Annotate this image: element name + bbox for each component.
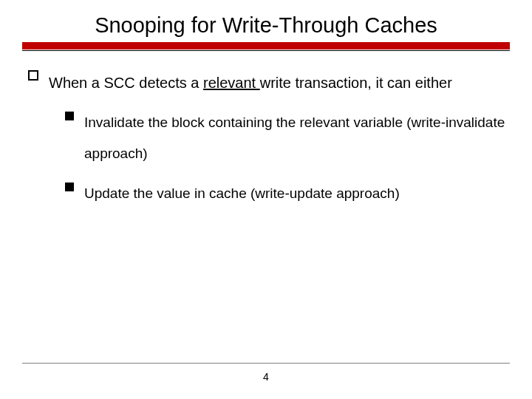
sub-bullet-row-1: Invalidate the block containing the rele… bbox=[65, 107, 510, 169]
main-text-suffix: write transaction, it can either bbox=[260, 75, 452, 91]
main-text-underlined: relevant bbox=[203, 75, 260, 91]
main-bullet-text: When a SCC detects a relevant write tran… bbox=[49, 67, 452, 98]
main-bullet-row: When a SCC detects a relevant write tran… bbox=[28, 67, 510, 98]
main-text-prefix: When a SCC detects a bbox=[49, 75, 203, 91]
title-red-bar bbox=[22, 42, 510, 50]
page-number: 4 bbox=[0, 371, 532, 383]
sub-bullet-row-2: Update the value in cache (write-update … bbox=[65, 178, 510, 209]
slide-title: Snooping for Write-Through Caches bbox=[22, 13, 510, 38]
sub-bullet-text-1: Invalidate the block containing the rele… bbox=[84, 107, 510, 169]
open-square-icon bbox=[28, 70, 38, 81]
sub-bullet-text-2: Update the value in cache (write-update … bbox=[84, 178, 400, 209]
footer-divider bbox=[22, 363, 510, 364]
filled-square-icon bbox=[65, 183, 74, 191]
title-thin-line bbox=[22, 50, 510, 51]
filled-square-icon bbox=[65, 112, 74, 120]
slide-container: Snooping for Write-Through Caches When a… bbox=[0, 0, 532, 399]
